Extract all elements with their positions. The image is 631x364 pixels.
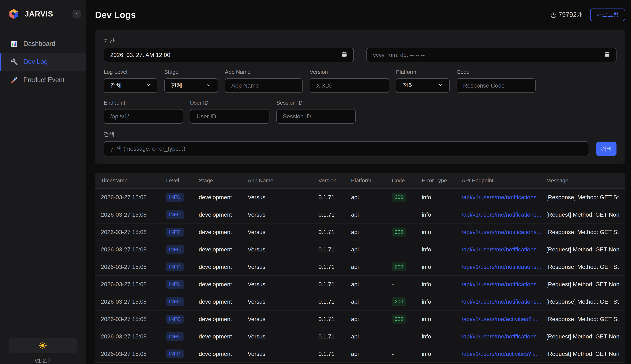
session-id-label: Session ID [276,100,356,106]
cell-timestamp: 2026-03-27 15:08 [101,229,166,236]
table-row[interactable]: 2026-03-27 15:08 INFO development Versus… [95,328,625,345]
code-badge: 200 [392,314,406,324]
column-header-timestamp: Timestamp [101,178,166,184]
cell-code: - [392,211,422,218]
code-input[interactable]: Response Code [456,78,536,93]
cell-platform: api [351,316,392,322]
api-endpoint-link[interactable]: /api/v1/users/me/notifications... [462,281,546,288]
column-header-api-endpoint: API Endpoint [462,178,546,184]
version-label: Version [310,69,389,75]
filter-row-1: Log Level 전체 Stage 전체 App Name [104,69,616,93]
app-name-placeholder: App Name [231,82,259,89]
api-endpoint-link[interactable]: /api/v1/users/me/notifications... [462,229,546,236]
cell-platform: api [351,246,392,253]
sidebar-item-dev-log[interactable]: Dev Log [0,53,86,71]
period-row: 2026. 03. 27. AM 12:00 ~ yyyy. mm. dd. -… [104,48,616,62]
wrench-icon [10,58,18,66]
version-placeholder: X.X.X [316,82,331,89]
endpoint-field: Endpoint /api/v1/... [104,100,183,124]
refresh-button[interactable]: 새로고침 [590,8,625,21]
cell-message: [Request] Method: GET None [546,350,620,357]
user-id-field: User ID User ID [190,100,270,124]
period-end-input[interactable]: yyyy. mm. dd. -- --:-- [366,48,616,62]
platform-value: 전체 [402,82,414,90]
table-row[interactable]: 2026-03-27 15:08 INFO development Versus… [95,224,625,241]
cell-app-name: Versus [248,246,318,253]
code-dash: - [392,211,394,218]
app-name-input[interactable]: App Name [225,78,303,93]
endpoint-label: Endpoint [104,100,183,106]
sidebar-nav: Dashboard Dev Log [0,28,86,333]
cell-version: 0.1.71 [318,246,351,253]
cell-message: [Response] Method: GET Sta... [546,194,620,201]
endpoint-placeholder: /api/v1/... [110,113,134,120]
api-endpoint-link[interactable]: /api/v1/users/me/activities?li... [462,316,546,322]
table-row[interactable]: 2026-03-27 15:08 INFO development Versus… [95,310,625,328]
total-count: 총 79792개 [550,10,583,19]
table-row[interactable]: 2026-03-27 15:08 INFO development Versus… [95,276,625,293]
calendar-icon[interactable] [342,51,347,58]
platform-select[interactable]: 전체 [396,78,450,93]
cell-stage: development [199,298,248,305]
api-endpoint-link[interactable]: /api/v1/users/me/notifications... [462,298,546,305]
chevron-down-icon [146,82,151,89]
cell-version: 0.1.71 [318,298,351,305]
theme-toggle-button[interactable] [9,338,77,353]
cell-message: [Request] Method: GET None [546,211,620,218]
cell-message: [Request] Method: GET None [546,333,620,340]
cell-timestamp: 2026-03-27 15:08 [101,281,166,288]
period-start-input[interactable]: 2026. 03. 27. AM 12:00 [104,48,354,62]
session-id-input[interactable]: Session ID [276,109,356,124]
chevron-down-icon [438,82,443,89]
cell-platform: api [351,229,392,236]
table-row[interactable]: 2026-03-27 15:08 INFO development Versus… [95,258,625,276]
stage-select[interactable]: 전체 [164,78,218,93]
page-header: Dev Logs 총 79792개 새로고침 [95,0,625,30]
api-endpoint-link[interactable]: /api/v1/users/me/notifications... [462,264,546,270]
cell-version: 0.1.71 [318,264,351,270]
log-level-value: 전체 [110,82,122,90]
level-badge: INFO [166,228,184,236]
cell-error-type: info [422,333,462,340]
code-field: Code Response Code [456,69,536,93]
cell-platform: api [351,211,392,218]
cell-timestamp: 2026-03-27 15:08 [101,264,166,270]
app-name-field: App Name App Name [225,69,303,93]
table-row[interactable]: 2026-03-27 15:08 INFO development Versus… [95,345,625,363]
api-endpoint-link[interactable]: /api/v1/users/me/activities?li... [462,350,546,357]
api-endpoint-link[interactable]: /api/v1/users/me/notifications... [462,333,546,340]
user-id-label: User ID [190,100,270,106]
version-input[interactable]: X.X.X [310,78,389,93]
table-row[interactable]: 2026-03-27 15:08 INFO development Versus… [95,189,625,206]
table-row[interactable]: 2026-03-27 15:08 INFO development Versus… [95,293,625,310]
cell-app-name: Versus [248,281,318,288]
cell-message: [Response] Method: GET Sta... [546,316,620,322]
table-row[interactable]: 2026-03-27 15:08 INFO development Versus… [95,206,625,224]
calendar-icon[interactable] [604,51,610,58]
column-header-error-type: Error Type [422,178,462,184]
cell-version: 0.1.71 [318,333,351,340]
cell-version: 0.1.71 [318,194,351,201]
sidebar-footer: v1.2.7 [0,333,86,364]
endpoint-input[interactable]: /api/v1/... [104,109,183,124]
cell-version: 0.1.71 [318,316,351,322]
cell-stage: development [199,316,248,322]
cell-error-type: info [422,264,462,270]
cell-app-name: Versus [248,333,318,340]
user-id-input[interactable]: User ID [190,109,270,124]
api-endpoint-link[interactable]: /api/v1/users/me/notifications... [462,194,546,201]
log-level-select[interactable]: 전체 [104,78,158,93]
search-button[interactable]: 검색 [596,142,616,156]
level-badge: INFO [166,262,184,271]
cell-code: 200 [392,297,422,306]
level-badge: INFO [166,245,184,254]
search-input[interactable]: 검색 (message, error_type...) [104,141,589,156]
column-header-level: Level [166,178,199,184]
api-endpoint-link[interactable]: /api/v1/users/me/notifications... [462,246,546,253]
sidebar-collapse-button[interactable] [72,10,81,18]
table-row[interactable]: 2026-03-27 15:08 INFO development Versus… [95,241,625,258]
column-header-stage: Stage [199,178,248,184]
api-endpoint-link[interactable]: /api/v1/users/me/notifications... [462,211,546,218]
sidebar-item-dashboard[interactable]: Dashboard [0,34,86,53]
sidebar-item-product-event[interactable]: Product Event [0,71,86,89]
